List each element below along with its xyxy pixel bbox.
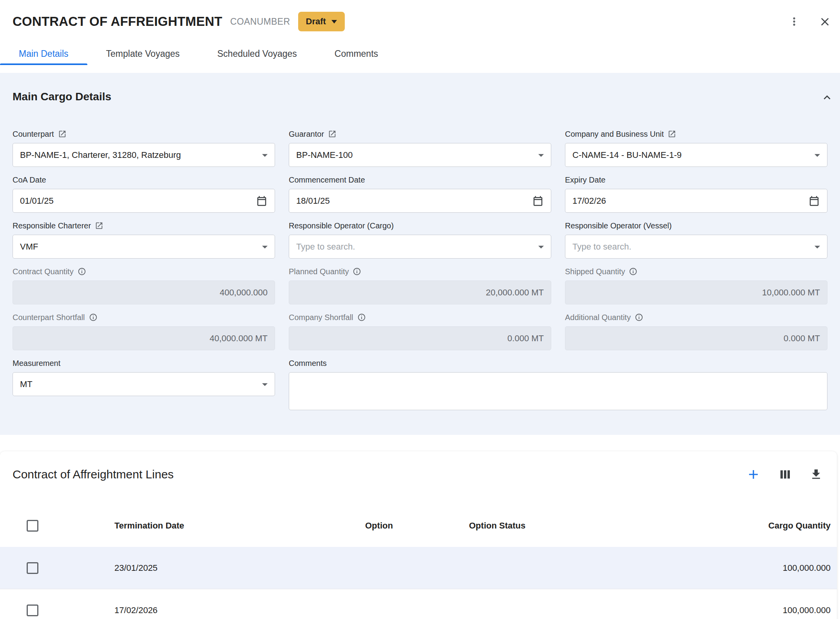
field-measurement: Measurement MT: [13, 358, 275, 412]
shipped-quantity-field: 10,000.000 MT: [565, 281, 827, 304]
company-bu-label-text: Company and Business Unit: [565, 129, 664, 139]
responsible-operator-cargo-select[interactable]: Type to search.: [289, 235, 551, 259]
shipped-quantity-label: Shipped Quantity: [565, 266, 827, 277]
company-bu-select[interactable]: C-NAME-14 - BU-NAME-1-9: [565, 143, 827, 167]
info-icon[interactable]: [78, 267, 86, 276]
chevron-down-icon: [258, 240, 272, 253]
chevron-down-icon: [534, 240, 548, 253]
contract-quantity-field: 400,000.000: [13, 281, 275, 304]
commencement-date-input[interactable]: 18/01/25: [289, 189, 551, 213]
measurement-label-text: Measurement: [13, 358, 60, 368]
guarantor-select[interactable]: BP-NAME-100: [289, 143, 551, 167]
commencement-date-label: Commencement Date: [289, 175, 551, 185]
row-checkbox[interactable]: [27, 562, 38, 574]
additional-quantity-label: Additional Quantity: [565, 312, 827, 322]
field-contract-quantity: Contract Quantity 400,000.000: [13, 266, 275, 304]
header-row: CONTRACT OF AFFREIGHTMENT COANUMBER Draf…: [13, 12, 831, 31]
responsible-charterer-label: Responsible Charterer: [13, 221, 275, 231]
tab-main-details[interactable]: Main Details: [0, 42, 87, 65]
expiry-date-input[interactable]: 17/02/26: [565, 189, 827, 213]
planned-quantity-value: 20,000.000 MT: [296, 288, 544, 298]
responsible-operator-vessel-select[interactable]: Type to search.: [565, 235, 827, 259]
collapse-section-button[interactable]: [820, 91, 834, 104]
expiry-date-label-text: Expiry Date: [565, 175, 605, 185]
calendar-icon[interactable]: [256, 195, 268, 207]
cargo-quantity-cell: 100,000.000: [688, 605, 831, 615]
guarantor-label: Guarantor: [289, 129, 551, 139]
cargo-field-grid: Counterpart BP-NAME-1, Charterer, 31280,…: [13, 129, 827, 420]
select-all-checkbox[interactable]: [27, 520, 38, 532]
download-button[interactable]: [809, 468, 823, 481]
measurement-select[interactable]: MT: [13, 372, 275, 396]
responsible-charterer-value: VMF: [20, 242, 255, 252]
field-comments: Comments: [289, 358, 827, 412]
commencement-date-label-text: Commencement Date: [289, 175, 365, 185]
company-shortfall-value: 0.000 MT: [296, 333, 544, 344]
comments-label: Comments: [289, 358, 827, 368]
external-link-icon[interactable]: [58, 130, 67, 138]
chevron-down-icon: [811, 148, 824, 162]
field-planned-quantity: Planned Quantity 20,000.000 MT: [289, 266, 551, 304]
info-icon[interactable]: [353, 267, 361, 276]
tab-comments[interactable]: Comments: [316, 42, 397, 65]
commencement-date-value: 18/01/25: [296, 196, 529, 206]
table-row[interactable]: 23/01/2025 100,000.000: [0, 547, 837, 589]
field-company-shortfall: Company Shortfall 0.000 MT: [289, 312, 551, 350]
measurement-label: Measurement: [13, 358, 275, 368]
tab-scheduled-voyages[interactable]: Scheduled Voyages: [199, 42, 316, 65]
chevron-up-icon: [820, 91, 834, 104]
guarantor-value: BP-NAME-100: [296, 150, 531, 160]
row-checkbox[interactable]: [27, 605, 38, 616]
more-options-button[interactable]: [788, 15, 800, 28]
info-icon[interactable]: [629, 267, 637, 276]
counterpart-shortfall-label: Counterpart Shortfall: [13, 312, 275, 322]
counterpart-shortfall-field: 40,000.000 MT: [13, 326, 275, 350]
status-badge[interactable]: Draft: [298, 12, 345, 31]
column-settings-button[interactable]: [778, 467, 792, 481]
counterpart-value: BP-NAME-1, Charterer, 31280, Ratzeburg: [20, 150, 255, 160]
expiry-date-value: 17/02/26: [572, 196, 805, 206]
page-title: CONTRACT OF AFFREIGHTMENT: [13, 14, 222, 29]
planned-quantity-label: Planned Quantity: [289, 266, 551, 277]
field-company-bu: Company and Business Unit C-NAME-14 - BU…: [565, 129, 827, 167]
external-link-icon[interactable]: [668, 130, 676, 138]
table-header-row: Termination Date Option Option Status Ca…: [0, 505, 837, 547]
responsible-charterer-select[interactable]: VMF: [13, 235, 275, 259]
coa-reference: COANUMBER: [230, 16, 290, 27]
responsible-operator-cargo-label-text: Responsible Operator (Cargo): [289, 221, 394, 231]
field-shipped-quantity: Shipped Quantity 10,000.000 MT: [565, 266, 827, 304]
info-icon[interactable]: [89, 313, 98, 322]
chevron-down-icon: [258, 148, 272, 162]
coa-date-label-text: CoA Date: [13, 175, 46, 185]
close-icon: [818, 15, 831, 28]
coa-date-input[interactable]: 01/01/25: [13, 189, 275, 213]
close-button[interactable]: [818, 15, 831, 28]
tab-template-voyages[interactable]: Template Voyages: [87, 42, 199, 65]
add-line-button[interactable]: [746, 467, 761, 482]
external-link-icon[interactable]: [95, 221, 103, 230]
header-icons: [788, 15, 831, 28]
responsible-operator-vessel-placeholder: Type to search.: [572, 242, 807, 252]
calendar-icon[interactable]: [808, 195, 820, 207]
info-icon[interactable]: [357, 313, 366, 322]
info-icon[interactable]: [635, 313, 643, 322]
field-coa-date: CoA Date 01/01/25: [13, 175, 275, 213]
chevron-down-icon: [811, 240, 824, 253]
field-commencement-date: Commencement Date 18/01/25: [289, 175, 551, 213]
column-header-option-status: Option Status: [469, 521, 688, 531]
counterpart-select[interactable]: BP-NAME-1, Charterer, 31280, Ratzeburg: [13, 143, 275, 167]
calendar-icon[interactable]: [532, 195, 544, 207]
field-counterpart: Counterpart BP-NAME-1, Charterer, 31280,…: [13, 129, 275, 167]
columns-icon: [778, 467, 792, 481]
comments-textarea[interactable]: [289, 372, 827, 410]
coa-date-label: CoA Date: [13, 175, 275, 185]
external-link-icon[interactable]: [328, 130, 337, 138]
chevron-down-icon: [258, 378, 272, 391]
responsible-operator-vessel-label-text: Responsible Operator (Vessel): [565, 221, 672, 231]
download-icon: [809, 468, 823, 481]
table-row[interactable]: 17/02/2026 100,000.000: [0, 589, 837, 619]
coa-lines-actions: [746, 467, 823, 482]
coa-lines-card: Contract of Affreightment Lines Terminat…: [0, 451, 837, 619]
coa-lines-title: Contract of Affreightment Lines: [13, 468, 174, 481]
responsible-operator-cargo-placeholder: Type to search.: [296, 242, 531, 252]
